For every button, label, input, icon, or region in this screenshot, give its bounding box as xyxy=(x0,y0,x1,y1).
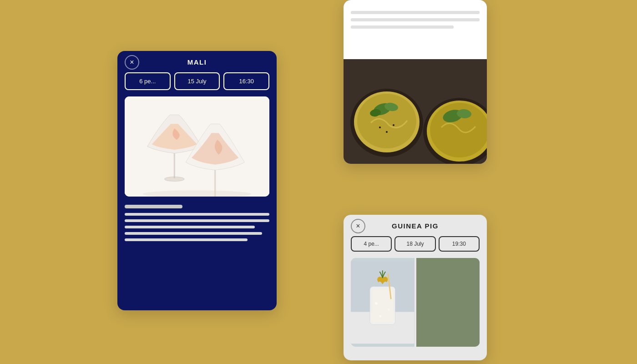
soup-text-lines xyxy=(351,7,480,36)
svg-point-14 xyxy=(393,124,394,126)
guinea-pig-card: × GUINEA PIG 4 pe... 18 July 19:30 xyxy=(344,215,487,360)
mali-card-description xyxy=(125,203,269,247)
mali-filters: 6 pe... 15 July 16:30 xyxy=(125,72,269,90)
guinea-pig-card-title: GUINEA PIG xyxy=(392,222,439,230)
guinea-pig-image-right xyxy=(416,258,480,347)
mali-desc-line-5 xyxy=(125,238,248,241)
guinea-pig-images xyxy=(351,258,480,347)
svg-point-15 xyxy=(386,131,388,133)
mali-people-filter[interactable]: 6 pe... xyxy=(125,72,171,90)
soup-card xyxy=(344,0,487,164)
guinea-pig-date-filter[interactable]: 18 July xyxy=(394,236,435,252)
guinea-pig-close-button[interactable]: × xyxy=(351,219,365,233)
guinea-pig-people-filter[interactable]: 4 pe... xyxy=(351,236,392,252)
soup-line-2 xyxy=(351,18,480,21)
mali-desc-line-1 xyxy=(125,213,269,216)
soup-card-text xyxy=(344,0,487,59)
guinea-pig-filters: 4 pe... 18 July 19:30 xyxy=(351,236,480,252)
svg-point-28 xyxy=(388,309,390,311)
mali-date-filter[interactable]: 15 July xyxy=(174,72,220,90)
svg-point-27 xyxy=(375,302,378,305)
mali-desc-line-4 xyxy=(125,232,262,235)
mali-desc-line-3 xyxy=(125,226,255,228)
guinea-pig-image-left xyxy=(351,258,415,347)
soup-line-1 xyxy=(351,11,480,14)
mali-time-filter[interactable]: 16:30 xyxy=(223,72,269,90)
svg-point-13 xyxy=(379,126,381,128)
mali-close-button[interactable]: × xyxy=(125,55,139,70)
mali-card-header: × MALI xyxy=(125,58,269,66)
soup-card-image xyxy=(344,59,487,164)
mali-card-title: MALI xyxy=(187,58,207,66)
mali-card-image xyxy=(125,96,269,197)
svg-point-2 xyxy=(164,177,184,182)
guinea-pig-card-header: × GUINEA PIG xyxy=(351,222,480,230)
mali-desc-line-2 xyxy=(125,219,269,222)
svg-rect-30 xyxy=(416,261,480,344)
mali-card: × MALI 6 pe... 15 July 16:30 xyxy=(117,51,277,310)
soup-line-3 xyxy=(351,25,454,29)
guinea-pig-time-filter[interactable]: 19:30 xyxy=(439,236,480,252)
mali-desc-title-line xyxy=(125,205,182,208)
svg-point-29 xyxy=(379,315,382,317)
